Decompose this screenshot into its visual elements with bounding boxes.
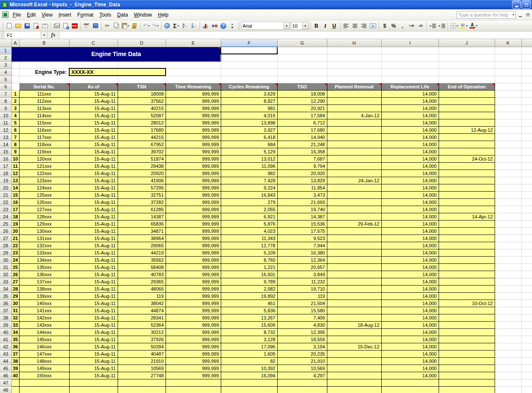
cell-I36[interactable]: 14,000: [381, 300, 439, 307]
cell-E23[interactable]: 999,999: [166, 206, 221, 213]
cell-F31[interactable]: 1,221: [221, 263, 277, 271]
cell-K31[interactable]: [495, 263, 521, 271]
cell-D11[interactable]: 28012: [118, 119, 166, 126]
cell-H23[interactable]: [327, 206, 381, 213]
cell-F15[interactable]: 5,129: [221, 148, 277, 155]
cell-F20[interactable]: 9,224: [221, 184, 277, 191]
cell-J48[interactable]: [439, 386, 495, 393]
cell-K4[interactable]: [495, 68, 521, 76]
cell-B10[interactable]: 114xxx: [19, 112, 69, 119]
cell-A43[interactable]: 37: [11, 350, 19, 357]
cell-I15[interactable]: 14,000: [381, 148, 439, 155]
cell-K41[interactable]: [495, 336, 521, 343]
cell-I5[interactable]: [381, 76, 439, 83]
cell-A12[interactable]: 6: [11, 126, 19, 133]
name-box[interactable]: F1: [4, 31, 41, 39]
cell-L42[interactable]: [521, 343, 532, 350]
cell-A19[interactable]: 13: [11, 177, 19, 184]
cell-H37[interactable]: [327, 307, 381, 314]
cell-H27[interactable]: [327, 235, 381, 242]
cell-G20[interactable]: 11,854: [277, 184, 327, 191]
row-header-17[interactable]: 17: [0, 162, 11, 170]
cell-A32[interactable]: 26: [11, 271, 19, 278]
cell-K13[interactable]: [495, 133, 521, 141]
cell-H46[interactable]: [327, 372, 381, 379]
cell-A35[interactable]: 29: [11, 292, 19, 300]
row-header-36[interactable]: 36: [0, 300, 11, 307]
cell-A18[interactable]: 12: [11, 170, 19, 177]
cell-C37[interactable]: 15-Aug-11: [69, 307, 118, 314]
row-header-13[interactable]: 13: [0, 133, 11, 141]
autosum-button[interactable]: Σ▾: [172, 22, 180, 30]
cell-L1[interactable]: [521, 47, 532, 54]
currency-button[interactable]: $: [380, 22, 389, 30]
cell-L16[interactable]: [521, 155, 532, 162]
cell-H20[interactable]: [327, 184, 381, 191]
cell-E27[interactable]: 999,999: [166, 235, 221, 242]
research-button[interactable]: [91, 22, 100, 30]
cell-K34[interactable]: [495, 285, 521, 292]
cell-H3[interactable]: [327, 61, 381, 68]
cell-G8[interactable]: 12,290: [277, 97, 327, 105]
column-header-A[interactable]: A: [11, 39, 19, 47]
cell-F10[interactable]: 4,015: [221, 112, 277, 119]
cell-K29[interactable]: [495, 249, 521, 256]
row-header-42[interactable]: 42: [0, 343, 11, 350]
cell-F35[interactable]: 19,892: [221, 292, 277, 300]
drag-handle[interactable]: [2, 22, 3, 30]
cell-A25[interactable]: 19: [11, 220, 19, 227]
row-header-12[interactable]: 12: [0, 126, 11, 133]
cell-F19[interactable]: 7,428: [221, 177, 277, 184]
cell-B28[interactable]: 132xxx: [19, 242, 69, 249]
cell-B43[interactable]: 147xxx: [19, 350, 69, 357]
cell-A9[interactable]: 3: [11, 105, 19, 112]
cell-J18[interactable]: [439, 170, 495, 177]
cell-D32[interactable]: 40783: [118, 271, 166, 278]
cell-B48[interactable]: [19, 386, 69, 393]
cell-I30[interactable]: 14,000: [381, 256, 439, 263]
font-color-button[interactable]: A▾: [469, 22, 478, 30]
cell-L19[interactable]: [521, 177, 532, 184]
cell-G46[interactable]: 4,297: [277, 372, 327, 379]
cell-D39[interactable]: 52364: [118, 321, 166, 328]
cell-J9[interactable]: [439, 105, 495, 112]
formula-input[interactable]: [59, 31, 532, 39]
cell-B22[interactable]: 126xxx: [19, 198, 69, 206]
cell-D13[interactable]: 44215: [118, 133, 166, 141]
cell-E46[interactable]: 999,999: [166, 372, 221, 379]
cell-A34[interactable]: 28: [11, 285, 19, 292]
cell-H45[interactable]: [327, 365, 381, 372]
cell-L47[interactable]: [521, 379, 532, 386]
cell-D5[interactable]: [118, 76, 166, 83]
cell-E34[interactable]: 999,999: [166, 285, 221, 292]
cell-J4[interactable]: [439, 68, 495, 76]
cell-C3[interactable]: [69, 61, 118, 68]
column-header-G[interactable]: G: [277, 39, 327, 47]
cell-J15[interactable]: [439, 148, 495, 155]
cell-L24[interactable]: [521, 213, 532, 220]
cell-C43[interactable]: 15-Aug-11: [69, 350, 118, 357]
row-header-47[interactable]: 47: [0, 379, 11, 386]
cell-C26[interactable]: 15-Aug-11: [69, 227, 118, 235]
cell-C7[interactable]: 15-Aug-11: [69, 90, 118, 97]
column-header-C[interactable]: C: [69, 39, 118, 47]
insert-function-button[interactable]: fx: [48, 31, 59, 39]
cell-I48[interactable]: [381, 386, 439, 393]
cell-E22[interactable]: 999,999: [166, 198, 221, 206]
cell-K24[interactable]: [495, 213, 521, 220]
cell-A46[interactable]: 40: [11, 372, 19, 379]
cell-I34[interactable]: 14,000: [381, 285, 439, 292]
cell-E17[interactable]: 999,999: [166, 162, 221, 170]
table-header-replacement-life[interactable]: Replacement Life: [381, 83, 439, 90]
cell-B30[interactable]: 134xxx: [19, 256, 69, 263]
cell-I43[interactable]: 14,000: [381, 350, 439, 357]
cell-J23[interactable]: [439, 206, 495, 213]
cell-F21[interactable]: 16,843: [221, 191, 277, 198]
cell-L48[interactable]: [521, 386, 532, 393]
cell-J24[interactable]: 14-Apr-12: [439, 213, 495, 220]
cell-D23[interactable]: 61285: [118, 206, 166, 213]
increase-decimal-button[interactable]: +.00: [407, 22, 416, 30]
cell-G31[interactable]: 20,657: [277, 263, 327, 271]
cell-A44[interactable]: 38: [11, 357, 19, 365]
cell-H39[interactable]: 18-Aug-12: [327, 321, 381, 328]
